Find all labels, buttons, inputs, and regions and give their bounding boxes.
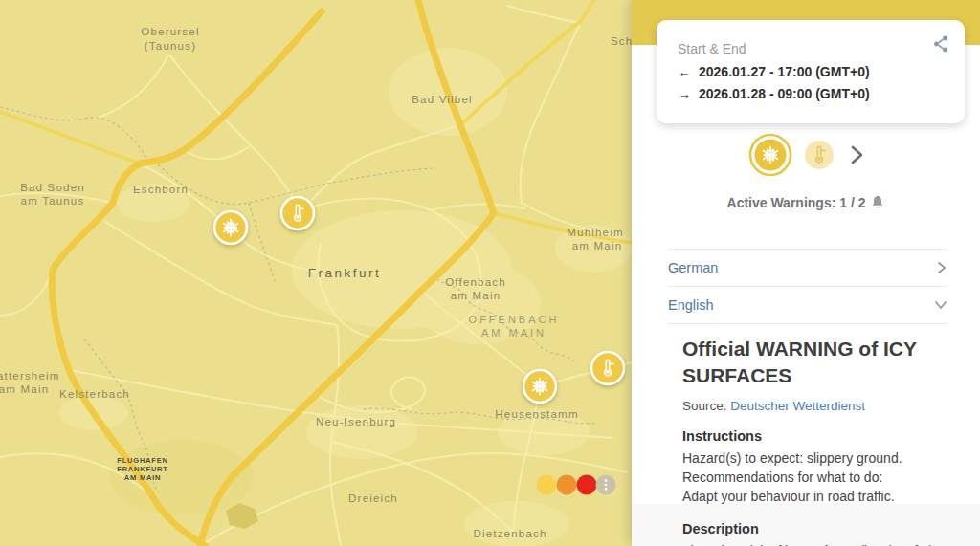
more-options-icon: [605, 479, 608, 490]
label-dreieich: Dreieich: [348, 492, 398, 504]
more-options-button[interactable]: [596, 475, 616, 495]
active-warnings: Active Warnings: 1 / 2: [632, 195, 980, 210]
share-button[interactable]: [928, 32, 953, 56]
bell-icon: [871, 195, 884, 209]
language-accordion: German English: [668, 249, 947, 324]
label-offenbach-district: OFFENBACH: [469, 314, 560, 325]
label-schoene: Schöne: [611, 35, 632, 47]
start-end-card: Start & End ← 2026.01.27 - 17:00 (GMT+0)…: [657, 20, 965, 123]
warning-detail: Official WARNING of ICY SURFACES Source:…: [682, 336, 951, 546]
share-icon: [931, 34, 950, 54]
instructions-section: Instructions Hazard(s) to expect: slippe…: [682, 428, 951, 506]
chevron-down-icon: [934, 299, 947, 311]
svg-text:AM MAIN: AM MAIN: [124, 473, 162, 482]
svg-text:FRANKFURT: FRANKFURT: [117, 465, 167, 473]
snowflake-marker[interactable]: [214, 211, 247, 244]
source-label: Source:: [682, 399, 727, 413]
instructions-line: Adapt your behaviour in road traffic.: [682, 487, 951, 506]
label-neu-isenburg: Neu-Isenburg: [316, 416, 396, 427]
svg-text:(Taunus): (Taunus): [145, 40, 196, 52]
svg-text:am Main: am Main: [0, 383, 49, 395]
snowflake-marker[interactable]: [523, 370, 556, 403]
start-time-row: ← 2026.01.27 - 17:00 (GMT+0): [678, 64, 947, 79]
thermometer-marker[interactable]: [281, 197, 314, 229]
svg-text:AM MAIN: AM MAIN: [481, 327, 546, 339]
weather-warning-app: Oberursel (Taunus) Schöne Bad Vilbel Bad…: [0, 0, 980, 546]
source-link[interactable]: Deutscher Wetterdienst: [730, 399, 865, 413]
map-canvas: Oberursel (Taunus) Schöne Bad Vilbel Bad…: [0, 0, 632, 546]
label-heusenstamm: Heusenstamm: [495, 408, 578, 420]
severity-dot-red[interactable]: [577, 475, 597, 495]
label-muehlheim: Mühlheim: [567, 227, 623, 238]
label-eschborn: Eschborn: [133, 184, 189, 195]
warning-tab-frost[interactable]: [805, 141, 834, 169]
warning-map[interactable]: Oberursel (Taunus) Schöne Bad Vilbel Bad…: [0, 0, 632, 546]
severity-dot-yellow[interactable]: [537, 475, 557, 495]
active-warnings-text: Active Warnings: 1 / 2: [727, 195, 866, 210]
warning-tab-icy-surfaces[interactable]: [748, 133, 792, 177]
chevron-right-icon: [849, 144, 864, 165]
label-dietzenbach: Dietzenbach: [473, 528, 546, 539]
description-section: Description There is a risk of icy surfa…: [682, 521, 951, 546]
instructions-heading: Instructions: [682, 428, 951, 444]
language-row-german[interactable]: German: [668, 250, 947, 287]
arrow-left-icon: ←: [678, 65, 691, 79]
language-row-english[interactable]: English: [668, 287, 947, 324]
label-hattersheim: Hattersheim: [0, 370, 60, 382]
instructions-line: Recommendations for what to do:: [682, 468, 951, 487]
card-title: Start & End: [678, 41, 947, 56]
language-label: English: [668, 297, 714, 313]
chevron-right-icon: [936, 261, 947, 274]
description-line: There is a risk of icy surfaces (level 1…: [682, 541, 951, 546]
start-time: 2026.01.27 - 17:00 (GMT+0): [699, 64, 870, 79]
label-frankfurt: Frankfurt: [308, 266, 382, 280]
label-bad-vilbel: Bad Vilbel: [412, 94, 473, 105]
label-bad-soden: Bad Soden: [20, 182, 85, 193]
svg-text:am Taunus: am Taunus: [21, 195, 85, 207]
label-flughafen: FLUGHAFEN: [117, 456, 167, 465]
label-kelsterbach: Kelsterbach: [59, 388, 130, 400]
instructions-line: Hazard(s) to expect: slippery ground.: [682, 448, 951, 468]
next-warning-button[interactable]: [849, 144, 864, 165]
arrow-right-icon: →: [678, 87, 691, 101]
svg-text:am Main: am Main: [572, 240, 623, 251]
warning-type-selector: [632, 133, 980, 177]
label-offenbach: Offenbach: [445, 276, 506, 288]
end-time: 2026.01.28 - 09:00 (GMT+0): [699, 86, 870, 101]
warning-title: Official WARNING of ICY SURFACES: [682, 336, 951, 389]
language-label: German: [668, 260, 718, 275]
end-time-row: → 2026.01.28 - 09:00 (GMT+0): [678, 86, 947, 101]
source-line: Source: Deutscher Wetterdienst: [682, 399, 951, 413]
svg-text:am Main: am Main: [451, 290, 501, 301]
severity-dot-orange[interactable]: [557, 475, 577, 495]
description-heading: Description: [682, 521, 951, 536]
thermometer-marker[interactable]: [591, 352, 624, 384]
label-oberursel: Oberursel: [141, 26, 199, 37]
warning-panel: Start & End ← 2026.01.27 - 17:00 (GMT+0)…: [632, 0, 980, 546]
